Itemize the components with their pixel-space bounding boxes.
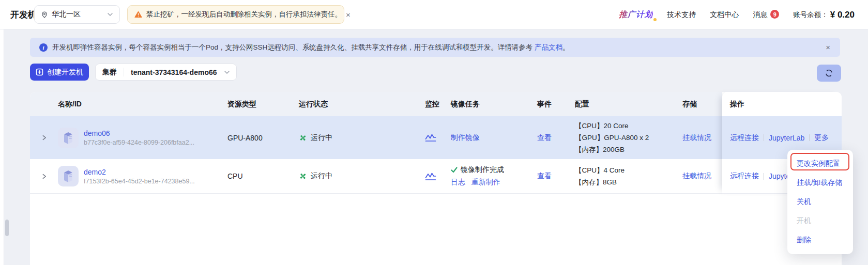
region-selector[interactable]: 华北一区: [34, 5, 120, 24]
instance-id: b77c3f0e-af59-424e-8099-206fbfaa2...: [84, 139, 194, 146]
sparkle-icon: [653, 18, 657, 21]
left-gutter: [0, 29, 4, 265]
running-fan-icon: [299, 134, 307, 142]
header-run-status: 运行状态: [299, 100, 425, 109]
jupyterlab-link[interactable]: JupyterLab: [769, 134, 804, 142]
topbar: 开发机 华北一区 禁止挖矿，一经发现后自动删除相关实例，自行承担法律责任。 × …: [0, 0, 868, 29]
expand-row-icon[interactable]: [38, 170, 50, 182]
promo-link[interactable]: 推广计划: [619, 9, 653, 20]
more-actions-menu: 更改实例配置 挂载/卸载存储 关机 开机 删除: [787, 150, 853, 254]
table-header-row: 名称/ID 资源类型 运行状态 监控 镜像任务 事件 配置 存储: [30, 92, 722, 116]
view-events-link[interactable]: 查看: [537, 133, 552, 143]
cluster-selector[interactable]: 集群 tenant-37343164-demo66: [95, 64, 237, 81]
region-value: 华北一区: [52, 10, 103, 19]
menu-item-poweron: 开机: [787, 211, 853, 230]
header-storage: 存储: [682, 100, 722, 109]
instance-id: f7153f2b-65e4-45d2-be1e-74238e59...: [84, 178, 195, 185]
table-row: demo06 b77c3f0e-af59-424e-8099-206fbfaa2…: [30, 116, 842, 159]
header-config: 配置: [575, 100, 682, 109]
running-fan-icon: [299, 172, 307, 180]
chevron-down-icon: [107, 11, 113, 18]
create-devmachine-button[interactable]: 创建开发机: [30, 64, 89, 81]
menu-item-mount-storage[interactable]: 挂载/卸载存储: [787, 173, 853, 192]
header-name-id: 名称/ID: [58, 100, 227, 109]
sidebar-drag-handle[interactable]: [5, 220, 9, 236]
cluster-value: tenant-37343164-demo66: [124, 68, 224, 76]
check-icon: [451, 167, 458, 173]
divider: [809, 134, 810, 141]
header-operations: 操作: [722, 92, 842, 116]
menu-item-shutdown[interactable]: 关机: [787, 192, 853, 211]
monitor-chart-icon[interactable]: [425, 172, 436, 181]
table-row: demo2 f7153f2b-65e4-45d2-be1e-74238e59..…: [30, 159, 842, 194]
warning-close-icon[interactable]: ×: [346, 11, 351, 19]
instance-config: 【CPU】20 Core 【GPU】GPU-A800 x 2 【内存】200GB: [575, 116, 682, 159]
location-pin-icon: [41, 11, 48, 19]
refresh-button[interactable]: [817, 65, 841, 82]
docs-link[interactable]: 文档中心: [710, 10, 739, 20]
topbar-right-nav: 推广计划 技术支持 文档中心 消息 9 账号余额： ¥ 0.20: [619, 0, 855, 29]
rebuild-link[interactable]: 重新制作: [471, 178, 500, 187]
account-balance: 账号余额： ¥ 0.20: [793, 10, 855, 20]
mining-warning-banner: 禁止挖矿，一经发现后自动删除相关实例，自行承担法律责任。 ×: [127, 5, 344, 24]
banner-close-icon[interactable]: ×: [826, 43, 830, 51]
messages-link[interactable]: 消息 9: [753, 10, 779, 20]
instance-name-link[interactable]: demo2: [84, 168, 195, 176]
info-icon: i: [39, 43, 48, 52]
mount-status-link[interactable]: 挂载情况: [682, 172, 711, 181]
warning-text: 禁止挖矿，一经发现后自动删除相关实例，自行承担法律责任。: [146, 10, 342, 19]
server-icon: [58, 128, 79, 148]
mount-status-link[interactable]: 挂载情况: [682, 133, 711, 143]
messages-count-badge: 9: [770, 10, 779, 19]
monitor-chart-icon[interactable]: [425, 133, 436, 142]
balance-value: ¥ 0.20: [830, 10, 855, 20]
warning-triangle-icon: [134, 11, 142, 18]
info-banner: i 开发机即弹性容器实例，每个容器实例相当于一个Pod，支持公网SSH远程访问、…: [30, 38, 840, 57]
info-text: 开发机即弹性容器实例，每个容器实例相当于一个Pod，支持公网SSH远程访问、系统…: [52, 43, 570, 52]
remote-connect-link[interactable]: 远程连接: [730, 133, 759, 143]
menu-item-delete[interactable]: 删除: [787, 230, 853, 250]
resource-type: CPU: [227, 159, 299, 193]
make-image-link[interactable]: 制作镜像: [451, 133, 480, 143]
product-docs-link[interactable]: 产品文档: [535, 43, 562, 51]
remote-connect-link[interactable]: 远程连接: [730, 172, 759, 181]
run-status: 运行中: [299, 172, 332, 181]
page: 开发机 华北一区 禁止挖矿，一经发现后自动删除相关实例，自行承担法律责任。 × …: [0, 0, 868, 265]
support-link[interactable]: 技术支持: [667, 10, 696, 20]
instance-name-link[interactable]: demo06: [84, 129, 194, 137]
content-area: i 开发机即弹性容器实例，每个容器实例相当于一个Pod，支持公网SSH远程访问、…: [0, 29, 868, 265]
divider: [764, 173, 764, 180]
refresh-icon: [825, 69, 833, 77]
image-task-cell: 镜像制作完成 日志 重新制作: [451, 159, 537, 193]
image-task-status: 镜像制作完成: [461, 165, 504, 175]
header-monitor: 监控: [425, 100, 451, 109]
plus-square-icon: [36, 68, 43, 76]
header-resource-type: 资源类型: [227, 100, 299, 109]
resource-type: GPU-A800: [227, 116, 299, 159]
expand-row-icon[interactable]: [38, 132, 50, 144]
more-actions-link[interactable]: 更多: [814, 133, 829, 143]
log-link[interactable]: 日志: [451, 178, 465, 187]
header-image-task: 镜像任务: [451, 100, 537, 109]
cluster-label: 集群: [96, 68, 124, 77]
page-title: 开发机: [10, 0, 37, 29]
divider: [764, 134, 764, 141]
instances-table: 名称/ID 资源类型 运行状态 监控 镜像任务 事件 配置 存储: [30, 92, 842, 265]
server-icon: [58, 166, 79, 186]
menu-item-change-config[interactable]: 更改实例配置: [787, 154, 853, 173]
chevron-down-icon: [224, 69, 230, 75]
instance-config: 【CPU】4 Core 【内存】8GB: [575, 159, 682, 193]
view-events-link[interactable]: 查看: [537, 172, 552, 181]
header-event: 事件: [537, 100, 575, 109]
run-status: 运行中: [299, 133, 332, 143]
balance-label: 账号余额：: [793, 10, 828, 20]
